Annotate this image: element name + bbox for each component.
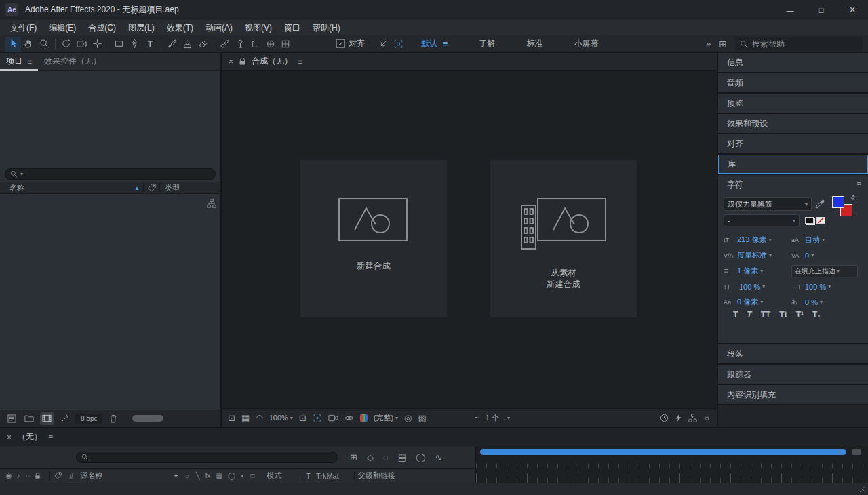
selection-tool-icon[interactable] bbox=[5, 37, 21, 52]
eyedropper-icon[interactable] bbox=[815, 199, 825, 209]
workspace-tab-standard[interactable]: 标准 bbox=[527, 38, 543, 50]
menu-animation[interactable]: 动画(A) bbox=[199, 20, 239, 35]
timeline-search[interactable] bbox=[76, 452, 338, 463]
panel-menu-icon[interactable]: ≡ bbox=[48, 433, 53, 441]
eraser-tool-icon[interactable] bbox=[195, 37, 211, 52]
column-source-name[interactable]: 源名称 bbox=[80, 471, 102, 481]
pan-behind-tool-icon[interactable] bbox=[90, 37, 105, 52]
horizontal-scale-value[interactable]: 100 % bbox=[805, 283, 826, 291]
resolution-dropdown[interactable]: (完整)▾ bbox=[374, 413, 398, 423]
workspace-tab-learn[interactable]: 了解 bbox=[479, 38, 496, 50]
workspace-overflow-icon[interactable]: » bbox=[706, 39, 711, 48]
character-panel-header[interactable]: 字符 ≡ bbox=[718, 175, 868, 194]
stroke-width-value[interactable]: 1 像素 bbox=[737, 266, 758, 276]
swap-fill-stroke-icon[interactable]: ⇄ bbox=[849, 193, 857, 201]
menu-file[interactable]: 文件(F) bbox=[4, 20, 43, 35]
puppet-pin-tool-icon[interactable] bbox=[233, 37, 248, 52]
tab-effect-controls[interactable]: 效果控件（无） bbox=[38, 53, 107, 71]
timeline-scrollbar[interactable] bbox=[480, 449, 846, 455]
hide-shy-layers-icon[interactable]: ◌ bbox=[383, 453, 389, 462]
new-folder-icon[interactable] bbox=[22, 412, 36, 425]
panel-menu-icon[interactable]: ≡ bbox=[27, 58, 32, 66]
graph-editor-icon[interactable]: ∿ bbox=[435, 453, 443, 462]
interpret-footage-icon[interactable] bbox=[5, 412, 18, 425]
menu-composition[interactable]: 合成(C) bbox=[82, 20, 122, 35]
delete-icon[interactable] bbox=[106, 412, 120, 425]
panel-align[interactable]: 对齐 bbox=[718, 134, 868, 153]
snap-bounds-icon[interactable] bbox=[393, 39, 403, 49]
new-composition-from-footage-card[interactable]: 从素材 新建合成 bbox=[490, 160, 637, 317]
workspace-tab-default[interactable]: 默认 ≡ bbox=[421, 38, 448, 50]
text-tool-icon[interactable]: T bbox=[142, 37, 158, 52]
rectangle-tool-icon[interactable] bbox=[111, 37, 127, 52]
timeline-scrollbar-cap[interactable] bbox=[852, 449, 861, 455]
draft-3d-icon[interactable]: ◇ bbox=[367, 453, 374, 462]
panel-menu-icon[interactable]: ≡ bbox=[298, 58, 302, 66]
menu-layer[interactable]: 图层(L) bbox=[122, 20, 161, 35]
menu-edit[interactable]: 编辑(E) bbox=[43, 20, 82, 35]
workspace-tab-small-screen[interactable]: 小屏幕 bbox=[574, 38, 599, 50]
column-label-color[interactable] bbox=[144, 182, 160, 193]
project-flowchart-icon[interactable] bbox=[207, 199, 216, 208]
preview-time-icon[interactable] bbox=[660, 414, 669, 422]
panel-paragraph[interactable]: 段落 bbox=[718, 344, 868, 363]
help-search[interactable] bbox=[735, 37, 863, 51]
tracking-value[interactable]: 0 bbox=[805, 252, 809, 260]
default-fill-stroke-icon[interactable] bbox=[805, 217, 814, 224]
maximize-button[interactable]: □ bbox=[806, 0, 837, 20]
comp-mini-flowchart-icon[interactable]: ⊞ bbox=[350, 453, 357, 462]
minimize-button[interactable]: — bbox=[774, 0, 806, 20]
panel-info[interactable]: 信息 bbox=[718, 53, 868, 72]
pen-tool-icon[interactable] bbox=[127, 37, 142, 52]
lock-icon[interactable] bbox=[239, 58, 246, 66]
panel-libraries[interactable]: 库 bbox=[718, 155, 868, 174]
panel-tracker[interactable]: 跟踪器 bbox=[718, 365, 868, 384]
manage-workspaces-icon[interactable]: ⊞ bbox=[719, 39, 727, 49]
clone-stamp-tool-icon[interactable] bbox=[180, 37, 195, 52]
snap-option-icon[interactable] bbox=[378, 39, 388, 49]
superscript-button[interactable]: T¹ bbox=[796, 310, 804, 319]
tab-close-icon[interactable]: × bbox=[229, 58, 233, 66]
grid-guides-icon[interactable]: ▦ bbox=[241, 414, 250, 422]
column-type[interactable]: 类型 bbox=[160, 183, 180, 193]
baseline-shift-value[interactable]: 0 像素 bbox=[737, 297, 758, 307]
subscript-button[interactable]: T₁ bbox=[812, 310, 821, 319]
comp-flowchart-icon[interactable] bbox=[688, 414, 697, 422]
new-composition-card[interactable]: 新建合成 bbox=[300, 160, 447, 317]
show-channels-icon[interactable] bbox=[360, 414, 368, 422]
preview-monitor-icon[interactable]: ⊡ bbox=[228, 414, 235, 422]
timeline-search-input[interactable] bbox=[92, 453, 332, 461]
faux-italic-button[interactable]: T bbox=[747, 310, 751, 319]
close-button[interactable]: ✕ bbox=[837, 0, 868, 20]
no-fill-icon[interactable] bbox=[816, 217, 825, 224]
leading-value[interactable]: 自动 bbox=[805, 235, 820, 245]
show-snapshot-icon[interactable] bbox=[344, 415, 354, 421]
workspace-menu-icon[interactable]: ≡ bbox=[443, 39, 448, 49]
timeline-ruler[interactable] bbox=[476, 468, 868, 483]
hand-tool-icon[interactable] bbox=[21, 37, 37, 52]
region-of-interest-icon[interactable]: ⊡ bbox=[299, 414, 307, 422]
font-style-select[interactable]: - ▾ bbox=[724, 214, 800, 226]
help-search-input[interactable] bbox=[752, 39, 858, 49]
panel-menu-icon[interactable]: ≡ bbox=[856, 180, 861, 189]
font-size-value[interactable]: 213 像素 bbox=[737, 235, 766, 245]
view-layout-dropdown[interactable]: 1 个...▾ bbox=[486, 413, 510, 423]
local-axis-mode-icon[interactable] bbox=[248, 37, 263, 51]
project-settings-icon[interactable] bbox=[58, 412, 71, 425]
bit-depth-button[interactable]: 8 bpc bbox=[75, 414, 102, 424]
motion-blur-icon[interactable]: ◯ bbox=[416, 453, 426, 462]
target-region-icon[interactable]: ◎ bbox=[404, 414, 412, 422]
camera-tool-icon[interactable] bbox=[74, 37, 90, 52]
frame-blending-icon[interactable]: ▤ bbox=[398, 453, 406, 462]
panel-preview[interactable]: 预览 bbox=[718, 94, 868, 113]
small-caps-button[interactable]: Tt bbox=[779, 310, 787, 319]
transparency-grid-icon[interactable]: ▨ bbox=[418, 414, 426, 422]
stroke-mode-select[interactable]: 在填充上描边 ▾ bbox=[791, 265, 858, 277]
new-composition-icon[interactable] bbox=[40, 412, 54, 425]
resize-grip-icon[interactable] bbox=[857, 485, 865, 493]
tsume-value[interactable]: 0 % bbox=[805, 298, 818, 306]
roto-brush-tool-icon[interactable] bbox=[217, 37, 233, 52]
vertical-scale-value2[interactable]: 100 % bbox=[739, 283, 760, 291]
project-search-input[interactable] bbox=[26, 170, 210, 178]
mask-visibility-icon[interactable]: ◠ bbox=[256, 414, 262, 422]
